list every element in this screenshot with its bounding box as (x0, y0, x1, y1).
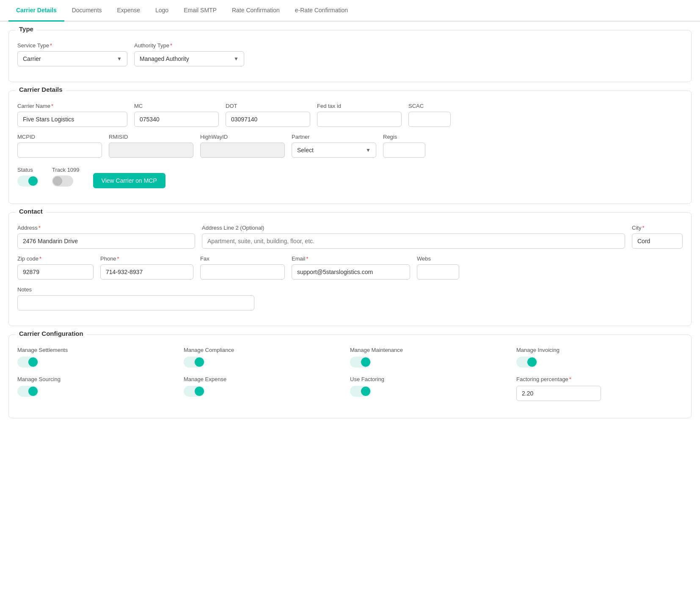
factoring-percentage-input[interactable] (516, 386, 601, 401)
track-1099-toggle[interactable] (52, 176, 73, 187)
use-factoring-label: Use Factoring (350, 376, 516, 382)
chevron-down-icon: ▼ (117, 56, 122, 62)
manage-sourcing-group: Manage Sourcing (17, 376, 184, 401)
address-input[interactable] (17, 233, 195, 249)
authority-type-group: Authority Type* Managed Authority ▼ (134, 42, 244, 66)
carrier-details-section-title: Carrier Details (16, 86, 66, 93)
rmisid-label: RMISID (109, 134, 193, 140)
notes-input[interactable] (17, 295, 254, 310)
address2-group: Address Line 2 (Optional) (202, 225, 625, 249)
carrier-name-group: Carrier Name* (17, 103, 127, 127)
track-1099-toggle-knob (53, 176, 62, 186)
tab-email-smtp[interactable]: Email SMTP (176, 0, 224, 22)
carrier-config-section-title: Carrier Configuration (16, 330, 87, 337)
scac-label: SCAC (408, 103, 451, 109)
manage-settlements-label: Manage Settlements (17, 347, 184, 353)
highwayid-input[interactable] (200, 143, 285, 158)
partner-label: Partner (292, 134, 376, 140)
manage-sourcing-label: Manage Sourcing (17, 376, 184, 382)
rmisid-input[interactable] (109, 143, 193, 158)
service-type-group: Service Type* Carrier ▼ (17, 42, 127, 66)
contact-section: Contact Address* Address Line 2 (Optiona… (8, 212, 692, 326)
fed-tax-id-group: Fed tax id (317, 103, 402, 127)
manage-maintenance-group: Manage Maintenance (350, 347, 516, 368)
chevron-down-icon: ▼ (234, 56, 239, 62)
tab-e-rate-confirmation[interactable]: e-Rate Confirmation (287, 0, 356, 22)
email-label: Email* (292, 255, 410, 262)
manage-expense-label: Manage Expense (184, 376, 350, 382)
type-section: Type Service Type* Carrier ▼ A (8, 30, 692, 82)
carrier-name-label: Carrier Name* (17, 103, 127, 109)
fax-label: Fax (200, 255, 285, 262)
tab-rate-confirmation[interactable]: Rate Confirmation (224, 0, 287, 22)
carrier-config-section: Carrier Configuration Manage Settlements… (8, 335, 692, 418)
mcpid-label: MCPID (17, 134, 102, 140)
email-group: Email* (292, 255, 410, 280)
manage-invoicing-toggle[interactable] (516, 357, 537, 368)
address2-input[interactable] (202, 233, 625, 249)
phone-label: Phone* (100, 255, 193, 262)
manage-settlements-group: Manage Settlements (17, 347, 184, 368)
config-row-2: Manage Sourcing Manage Expense Use Facto… (17, 376, 683, 401)
authority-type-select[interactable]: Managed Authority ▼ (134, 51, 244, 66)
manage-invoicing-knob (527, 357, 537, 367)
city-label: City* (632, 225, 683, 231)
partner-group: Partner Select ▼ (292, 134, 376, 158)
website-input[interactable] (417, 264, 459, 280)
view-carrier-mcp-button[interactable]: View Carrier on MCP (93, 173, 165, 188)
status-label: Status (17, 167, 39, 173)
phone-group: Phone* (100, 255, 193, 280)
email-input[interactable] (292, 264, 410, 280)
chevron-down-icon: ▼ (366, 147, 371, 153)
fax-input[interactable] (200, 264, 285, 280)
manage-settlements-toggle[interactable] (17, 357, 39, 368)
dot-label: DOT (226, 103, 310, 109)
use-factoring-toggle[interactable] (350, 386, 371, 397)
notes-group: Notes (17, 286, 254, 310)
manage-invoicing-group: Manage Invoicing (516, 347, 683, 368)
fed-tax-id-label: Fed tax id (317, 103, 402, 109)
zip-group: Zip code* (17, 255, 94, 280)
tab-logo[interactable]: Logo (148, 0, 176, 22)
service-type-select[interactable]: Carrier ▼ (17, 51, 127, 66)
manage-sourcing-knob (28, 387, 38, 396)
website-label: Webs (417, 255, 459, 262)
address2-label: Address Line 2 (Optional) (202, 225, 625, 231)
status-toggle[interactable] (17, 176, 39, 187)
city-input[interactable] (632, 233, 683, 249)
track-1099-toggle-group: Track 1099 (52, 167, 80, 187)
regis-group: Regis (383, 134, 425, 158)
tab-documents[interactable]: Documents (64, 0, 110, 22)
mc-label: MC (134, 103, 219, 109)
phone-input[interactable] (100, 264, 193, 280)
notes-label: Notes (17, 286, 254, 293)
manage-settlements-knob (28, 357, 38, 367)
manage-maintenance-toggle[interactable] (350, 357, 371, 368)
zip-input[interactable] (17, 264, 94, 280)
mcpid-input[interactable] (17, 143, 102, 158)
manage-expense-knob (195, 387, 204, 396)
use-factoring-knob (361, 387, 370, 396)
zip-label: Zip code* (17, 255, 94, 262)
manage-compliance-toggle[interactable] (184, 357, 205, 368)
carrier-name-input[interactable] (17, 112, 127, 127)
tab-carrier-details[interactable]: Carrier Details (8, 0, 64, 22)
tabs-nav: Carrier Details Documents Expense Logo E… (0, 0, 700, 22)
status-toggle-group: Status (17, 167, 39, 187)
tab-expense[interactable]: Expense (110, 0, 148, 22)
manage-compliance-knob (195, 357, 204, 367)
manage-expense-toggle[interactable] (184, 386, 205, 397)
scac-input[interactable] (408, 112, 451, 127)
mcpid-group: MCPID (17, 134, 102, 158)
dot-input[interactable] (226, 112, 310, 127)
service-type-label: Service Type* (17, 42, 127, 49)
manage-sourcing-toggle[interactable] (17, 386, 39, 397)
contact-section-title: Contact (16, 208, 46, 215)
regis-input[interactable] (383, 143, 425, 158)
partner-select[interactable]: Select ▼ (292, 143, 376, 158)
factoring-percentage-group: Factoring percentage* (516, 376, 683, 401)
fed-tax-id-input[interactable] (317, 112, 402, 127)
mc-input[interactable] (134, 112, 219, 127)
authority-type-label: Authority Type* (134, 42, 244, 49)
manage-invoicing-label: Manage Invoicing (516, 347, 683, 353)
